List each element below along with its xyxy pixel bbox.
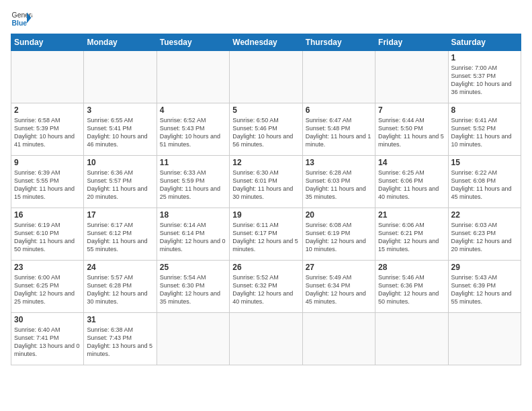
calendar-cell: 17Sunrise: 6:17 AM Sunset: 6:12 PM Dayli… — [84, 208, 157, 261]
calendar-cell: 22Sunrise: 6:03 AM Sunset: 6:23 PM Dayli… — [448, 208, 521, 261]
calendar-cell: 30Sunrise: 6:40 AM Sunset: 7:41 PM Dayli… — [11, 313, 84, 365]
day-number: 28 — [378, 263, 445, 272]
day-header-monday: Monday — [84, 34, 157, 51]
day-info: Sunrise: 6:08 AM Sunset: 6:19 PM Dayligh… — [306, 221, 372, 254]
calendar-week-6: 30Sunrise: 6:40 AM Sunset: 7:41 PM Dayli… — [11, 313, 521, 365]
day-number: 17 — [87, 210, 153, 220]
day-number: 25 — [160, 263, 226, 272]
day-info: Sunrise: 6:40 AM Sunset: 7:41 PM Dayligh… — [14, 326, 81, 359]
calendar-cell: 15Sunrise: 6:22 AM Sunset: 6:08 PM Dayli… — [448, 156, 521, 208]
calendar-cell — [230, 51, 302, 103]
day-number: 16 — [14, 210, 81, 220]
day-header-sunday: Sunday — [11, 34, 84, 51]
day-number: 18 — [160, 210, 226, 220]
day-number: 9 — [14, 158, 81, 167]
day-number: 30 — [14, 315, 81, 324]
calendar-week-2: 2Sunrise: 6:58 AM Sunset: 5:39 PM Daylig… — [11, 103, 521, 156]
calendar-cell: 2Sunrise: 6:58 AM Sunset: 5:39 PM Daylig… — [11, 103, 84, 156]
day-number: 8 — [451, 105, 518, 115]
day-info: Sunrise: 6:38 AM Sunset: 7:43 PM Dayligh… — [87, 326, 153, 359]
day-number: 19 — [232, 210, 299, 220]
day-number: 24 — [87, 263, 153, 272]
day-info: Sunrise: 7:00 AM Sunset: 5:37 PM Dayligh… — [451, 64, 518, 97]
calendar-cell: 25Sunrise: 5:54 AM Sunset: 6:30 PM Dayli… — [157, 261, 229, 313]
day-info: Sunrise: 6:58 AM Sunset: 5:39 PM Dayligh… — [14, 116, 81, 149]
day-info: Sunrise: 5:52 AM Sunset: 6:32 PM Dayligh… — [232, 273, 299, 306]
calendar-body: 1Sunrise: 7:00 AM Sunset: 5:37 PM Daylig… — [11, 51, 521, 365]
day-info: Sunrise: 6:14 AM Sunset: 6:14 PM Dayligh… — [160, 221, 226, 254]
day-info: Sunrise: 5:54 AM Sunset: 6:30 PM Dayligh… — [160, 273, 226, 306]
calendar-cell: 9Sunrise: 6:39 AM Sunset: 5:55 PM Daylig… — [11, 156, 84, 208]
day-info: Sunrise: 6:47 AM Sunset: 5:48 PM Dayligh… — [306, 116, 372, 149]
day-info: Sunrise: 5:57 AM Sunset: 6:28 PM Dayligh… — [87, 273, 153, 306]
day-number: 4 — [160, 105, 226, 115]
day-number: 13 — [306, 158, 372, 167]
day-number: 26 — [232, 263, 299, 272]
calendar-cell: 20Sunrise: 6:08 AM Sunset: 6:19 PM Dayli… — [302, 208, 375, 261]
day-info: Sunrise: 6:00 AM Sunset: 6:25 PM Dayligh… — [14, 273, 81, 306]
calendar-week-5: 23Sunrise: 6:00 AM Sunset: 6:25 PM Dayli… — [11, 261, 521, 313]
day-header-friday: Friday — [375, 34, 448, 51]
calendar-cell — [157, 51, 229, 103]
calendar-cell: 7Sunrise: 6:44 AM Sunset: 5:50 PM Daylig… — [375, 103, 448, 156]
day-number: 20 — [306, 210, 372, 220]
calendar-week-3: 9Sunrise: 6:39 AM Sunset: 5:55 PM Daylig… — [11, 156, 521, 208]
day-info: Sunrise: 6:39 AM Sunset: 5:55 PM Dayligh… — [14, 169, 81, 201]
calendar-cell — [84, 51, 157, 103]
day-number: 14 — [378, 158, 445, 167]
day-info: Sunrise: 6:11 AM Sunset: 6:17 PM Dayligh… — [232, 221, 299, 254]
calendar-cell: 19Sunrise: 6:11 AM Sunset: 6:17 PM Dayli… — [230, 208, 302, 261]
page: General Blue SundayMondayTuesdayWednesda… — [0, 0, 532, 371]
day-info: Sunrise: 6:50 AM Sunset: 5:46 PM Dayligh… — [232, 116, 299, 149]
calendar-cell: 6Sunrise: 6:47 AM Sunset: 5:48 PM Daylig… — [302, 103, 375, 156]
calendar-cell: 12Sunrise: 6:30 AM Sunset: 6:01 PM Dayli… — [230, 156, 302, 208]
svg-text:Blue: Blue — [12, 19, 28, 27]
day-number: 12 — [232, 158, 299, 167]
calendar-cell: 14Sunrise: 6:25 AM Sunset: 6:06 PM Dayli… — [375, 156, 448, 208]
calendar-cell: 16Sunrise: 6:19 AM Sunset: 6:10 PM Dayli… — [11, 208, 84, 261]
calendar-cell: 21Sunrise: 6:06 AM Sunset: 6:21 PM Dayli… — [375, 208, 448, 261]
calendar-cell — [230, 313, 302, 365]
calendar-cell: 23Sunrise: 6:00 AM Sunset: 6:25 PM Dayli… — [11, 261, 84, 313]
day-number: 31 — [87, 315, 153, 324]
day-header-thursday: Thursday — [302, 34, 375, 51]
calendar-table: SundayMondayTuesdayWednesdayThursdayFrid… — [11, 34, 521, 365]
calendar-cell: 1Sunrise: 7:00 AM Sunset: 5:37 PM Daylig… — [448, 51, 521, 103]
day-info: Sunrise: 5:49 AM Sunset: 6:34 PM Dayligh… — [306, 273, 372, 306]
calendar-cell — [302, 313, 375, 365]
calendar-cell: 5Sunrise: 6:50 AM Sunset: 5:46 PM Daylig… — [230, 103, 302, 156]
calendar-cell: 10Sunrise: 6:36 AM Sunset: 5:57 PM Dayli… — [84, 156, 157, 208]
day-info: Sunrise: 6:55 AM Sunset: 5:41 PM Dayligh… — [87, 116, 153, 149]
day-info: Sunrise: 6:22 AM Sunset: 6:08 PM Dayligh… — [451, 169, 518, 201]
day-number: 7 — [378, 105, 445, 115]
day-number: 1 — [451, 53, 518, 62]
calendar-cell — [375, 51, 448, 103]
day-info: Sunrise: 6:19 AM Sunset: 6:10 PM Dayligh… — [14, 221, 81, 254]
calendar-cell: 13Sunrise: 6:28 AM Sunset: 6:03 PM Dayli… — [302, 156, 375, 208]
day-info: Sunrise: 6:17 AM Sunset: 6:12 PM Dayligh… — [87, 221, 153, 254]
calendar-cell — [375, 313, 448, 365]
calendar-cell: 24Sunrise: 5:57 AM Sunset: 6:28 PM Dayli… — [84, 261, 157, 313]
day-number: 23 — [14, 263, 81, 272]
day-number: 3 — [87, 105, 153, 115]
day-info: Sunrise: 6:36 AM Sunset: 5:57 PM Dayligh… — [87, 169, 153, 201]
calendar-header: SundayMondayTuesdayWednesdayThursdayFrid… — [11, 34, 521, 51]
calendar-cell — [302, 51, 375, 103]
logo: General Blue — [11, 8, 32, 30]
calendar-cell: 28Sunrise: 5:46 AM Sunset: 6:36 PM Dayli… — [375, 261, 448, 313]
calendar-week-4: 16Sunrise: 6:19 AM Sunset: 6:10 PM Dayli… — [11, 208, 521, 261]
calendar-cell — [448, 313, 521, 365]
calendar-cell: 4Sunrise: 6:52 AM Sunset: 5:43 PM Daylig… — [157, 103, 229, 156]
day-number: 6 — [306, 105, 372, 115]
day-header-row: SundayMondayTuesdayWednesdayThursdayFrid… — [11, 34, 521, 51]
day-info: Sunrise: 6:25 AM Sunset: 6:06 PM Dayligh… — [378, 169, 445, 201]
day-info: Sunrise: 6:33 AM Sunset: 5:59 PM Dayligh… — [160, 169, 226, 201]
day-number: 29 — [451, 263, 518, 272]
day-header-wednesday: Wednesday — [230, 34, 302, 51]
day-info: Sunrise: 6:28 AM Sunset: 6:03 PM Dayligh… — [306, 169, 372, 201]
calendar-cell: 29Sunrise: 5:43 AM Sunset: 6:39 PM Dayli… — [448, 261, 521, 313]
calendar-cell: 26Sunrise: 5:52 AM Sunset: 6:32 PM Dayli… — [230, 261, 302, 313]
day-number: 22 — [451, 210, 518, 220]
day-info: Sunrise: 6:03 AM Sunset: 6:23 PM Dayligh… — [451, 221, 518, 254]
day-info: Sunrise: 6:06 AM Sunset: 6:21 PM Dayligh… — [378, 221, 445, 254]
